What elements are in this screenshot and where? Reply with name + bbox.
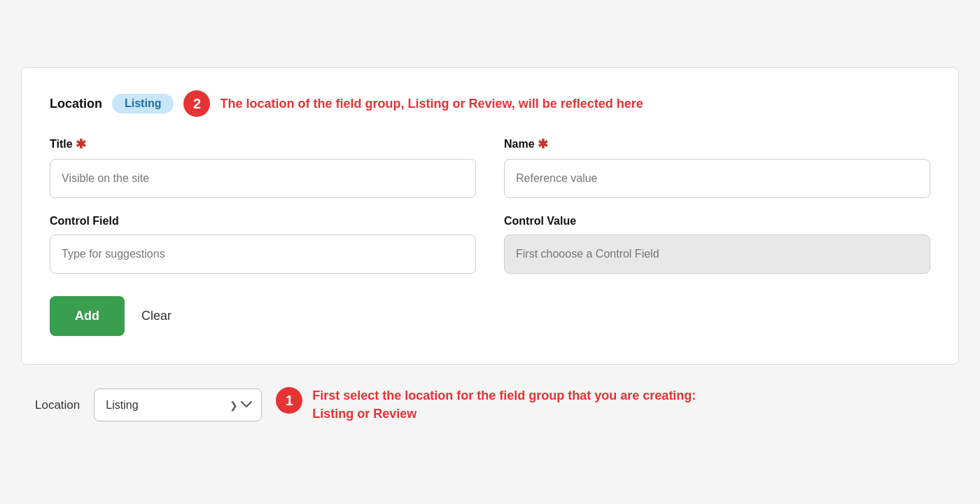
top-annotation-text: The location of the field group, Listing…: [220, 95, 643, 113]
title-group: Title ✱: [50, 136, 476, 198]
title-input[interactable]: [50, 159, 476, 198]
step-badge-2: 2: [183, 90, 210, 117]
control-value-group: Control Value: [504, 215, 930, 274]
bottom-annotation-text: First select the location for the field …: [312, 387, 732, 422]
control-field-input[interactable]: [50, 234, 476, 274]
control-field-group: Control Field: [50, 215, 476, 274]
name-group: Name ✱: [504, 136, 930, 198]
step-badge-1: 1: [276, 387, 302, 414]
top-card: Location Listing 2 The location of the f…: [21, 67, 959, 365]
title-required: ✱: [76, 136, 86, 152]
bottom-location-label: Location: [35, 398, 80, 412]
bottom-section: Location Listing Review ❯︎ 1 First selec…: [21, 365, 959, 436]
form-grid: Title ✱ Name ✱ Control Field Contr: [50, 136, 930, 274]
location-label: Location: [50, 97, 102, 111]
bottom-annotation: 1 First select the location for the fiel…: [276, 387, 732, 422]
title-label: Title ✱: [50, 136, 476, 152]
listing-badge: Listing: [112, 94, 174, 113]
location-select[interactable]: Listing Review: [94, 388, 262, 421]
add-button[interactable]: Add: [50, 296, 125, 336]
button-row: Add Clear: [50, 296, 930, 336]
location-select-wrapper: Listing Review ❯︎: [94, 388, 262, 421]
name-required: ✱: [538, 136, 548, 152]
control-field-label: Control Field: [50, 215, 476, 227]
name-input[interactable]: [504, 159, 930, 198]
page-wrapper: Location Listing 2 The location of the f…: [21, 67, 959, 436]
control-value-label: Control Value: [504, 215, 930, 227]
control-value-input: [504, 234, 930, 274]
location-row: Location Listing 2 The location of the f…: [50, 90, 930, 117]
name-label: Name ✱: [504, 136, 930, 152]
clear-button[interactable]: Clear: [141, 309, 172, 323]
